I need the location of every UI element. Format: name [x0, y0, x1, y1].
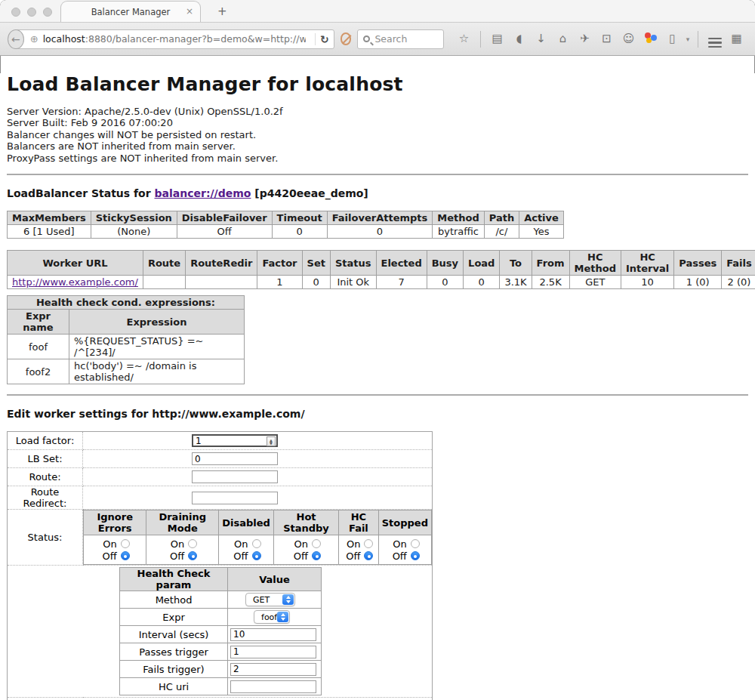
toolbar-divider [480, 31, 481, 48]
radio-disabled-off[interactable] [252, 551, 261, 560]
failoverattempts-value: 0 [327, 225, 433, 239]
download-icon[interactable]: ↓ [530, 33, 552, 45]
radio-hot-standby-on[interactable] [312, 539, 321, 548]
back-button[interactable]: ← [8, 29, 24, 49]
url-text[interactable]: localhost:8880/balancer-manager?b=demo&w… [43, 33, 307, 45]
column-header: Disabled [219, 510, 274, 535]
send-tab-icon[interactable]: ✈ [574, 33, 596, 45]
off-label: Off [100, 550, 117, 562]
route-input[interactable] [192, 470, 278, 483]
edit-worker-form: Load factor: ▲▼ LB Set: Route: Route Red… [7, 431, 433, 700]
disablefailover-value: Off [177, 225, 272, 239]
expr-select[interactable]: foof2 [254, 610, 290, 624]
search-placeholder: Search [374, 33, 407, 45]
column-header: Hot Standby [273, 510, 338, 535]
fails-value: 2 (0) [722, 276, 755, 289]
stickysession-value: (None) [91, 225, 177, 239]
expr-row: foof2 hc('body') =~ /domain is establish… [8, 359, 245, 384]
adblock-disabled-icon[interactable] [341, 32, 352, 45]
select-stepper-icon [282, 594, 294, 605]
window-controls [11, 8, 52, 17]
pocket-icon[interactable]: ◖ [508, 33, 530, 45]
radio-ignore-errors-off[interactable] [121, 551, 130, 560]
worker-url-link[interactable]: http://www.example.com/ [12, 276, 138, 288]
column-header: RouteRedir [186, 251, 257, 276]
radio-stopped-on[interactable] [411, 539, 420, 548]
site-identity-globe-icon[interactable]: ⊕ [30, 33, 39, 45]
url-bar[interactable]: ⊕ localhost:8880/balancer-manager?b=demo… [14, 29, 334, 49]
hc-param-row: Passes trigger [120, 643, 322, 661]
column-header: Value [228, 568, 322, 591]
fails-trigger-input[interactable] [230, 663, 316, 676]
radio-hc-fail-on[interactable] [364, 539, 373, 548]
column-header: Set [302, 251, 330, 276]
home-icon[interactable]: ⌂ [552, 33, 574, 45]
method-select[interactable]: GET [245, 593, 295, 606]
column-header: Busy [427, 251, 463, 276]
number-spinner-icon[interactable]: ▲▼ [267, 436, 276, 446]
radio-hot-standby-off[interactable] [312, 551, 321, 560]
form-row: Route Redirect: [8, 486, 433, 510]
reading-list-icon[interactable]: ▤ [486, 33, 508, 45]
reload-icon[interactable]: ↻ [320, 33, 329, 45]
close-window-button[interactable] [11, 8, 20, 17]
screenshot-extension-icon[interactable]: ▦ [726, 33, 747, 45]
on-label: On [390, 538, 407, 550]
radio-draining-mode-off[interactable] [188, 551, 197, 560]
route-redirect-input[interactable] [192, 492, 278, 504]
busy-value: 0 [427, 276, 463, 289]
balancer-demo-link[interactable]: balancer://demo [155, 187, 251, 199]
column-header: MaxMembers [8, 211, 91, 225]
maximize-window-button[interactable] [43, 8, 52, 17]
passes-trigger-input[interactable] [230, 646, 316, 658]
interval-input[interactable] [230, 628, 316, 641]
expr-value: hc('body') =~ /domain is established/ [69, 359, 245, 384]
browser-tab[interactable]: Balancer Manager × [60, 1, 201, 22]
edit-worker-heading: Edit worker settings for http://www.exam… [7, 408, 748, 420]
column-header: Stopped [378, 510, 431, 535]
status-label: Status: [8, 510, 83, 566]
column-header: Fails [722, 251, 755, 276]
bookmark-star-icon[interactable]: ☆ [453, 33, 475, 45]
hc-interval-value: 10 [621, 276, 673, 289]
radio-disabled-on[interactable] [252, 539, 261, 548]
method-select-value: GET [253, 595, 270, 605]
balancers-notice-line: Balancers are NOT inherited from main se… [7, 140, 748, 152]
search-input[interactable]: Search [357, 29, 444, 49]
select-stepper-icon [277, 612, 288, 622]
status-row: Status: Ignore Errors Draining Mode Disa… [8, 510, 433, 566]
on-label: On [100, 538, 117, 550]
hc-uri-input[interactable] [230, 680, 316, 693]
overflow-caret-icon[interactable]: ▾ [683, 35, 692, 43]
health-check-param-table: Health Check param Value Method GET [119, 567, 322, 695]
load-value: 0 [464, 276, 500, 289]
column-header: Active [519, 211, 564, 225]
radio-hc-fail-off[interactable] [364, 551, 373, 560]
battery-extension-icon[interactable]: ▯ [661, 33, 683, 45]
feedback-smiley-icon[interactable]: ☺ [618, 33, 639, 45]
toolbar-icons: ☆ ▤ ◖ ↓ ⌂ ✈ ⊡ ☺ ▯ ▾ ▦ [453, 30, 747, 48]
form-row: Route: [8, 468, 433, 486]
heading-suffix: [p4420eeae_demo] [251, 187, 368, 199]
column-header: Route [143, 251, 185, 276]
column-header: Load [464, 251, 500, 276]
hc-uri-label: HC uri [120, 678, 228, 695]
method-label: Method [120, 591, 228, 609]
load-factor-input[interactable] [192, 434, 278, 447]
lb-set-input[interactable] [192, 452, 278, 465]
hc-method-value: GET [569, 276, 621, 289]
new-tab-button[interactable]: + [213, 5, 232, 18]
hc-param-row: Expr foof2 [120, 609, 322, 626]
fails-trigger-label: Fails trigger) [120, 661, 228, 678]
menu-hamburger-icon[interactable] [704, 30, 726, 48]
radio-stopped-off[interactable] [411, 551, 420, 560]
radio-ignore-errors-on[interactable] [121, 539, 130, 548]
tab-close-icon[interactable]: × [186, 6, 193, 17]
extension-dots-icon[interactable] [639, 32, 661, 46]
column-header: StickySession [91, 211, 177, 225]
hc-params-row: Health Check param Value Method GET [8, 566, 433, 698]
radio-draining-mode-on[interactable] [188, 539, 197, 548]
on-label: On [291, 538, 308, 550]
minimize-window-button[interactable] [27, 8, 36, 17]
reader-download-icon[interactable]: ⊡ [596, 33, 618, 45]
